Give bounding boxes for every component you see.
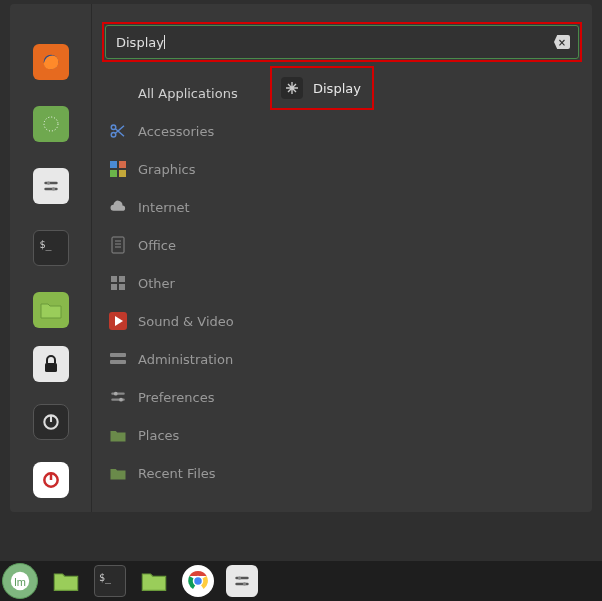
category-label: Accessories: [138, 124, 214, 139]
grid-icon: [108, 273, 128, 293]
category-all-applications[interactable]: All Applications: [102, 74, 262, 112]
category-accessories[interactable]: Accessories: [102, 112, 262, 150]
graphics-icon: [108, 159, 128, 179]
result-display[interactable]: Display: [273, 69, 371, 107]
svg-point-1: [44, 117, 58, 131]
category-label: Administration: [138, 352, 233, 367]
svg-rect-13: [119, 161, 126, 168]
svg-rect-26: [110, 360, 126, 364]
svg-rect-6: [45, 363, 57, 372]
svg-point-11: [111, 133, 116, 138]
search-input[interactable]: Display ×: [105, 25, 579, 59]
menu-right-pane: Display × All Applications Accessories: [92, 4, 592, 512]
svg-point-38: [238, 576, 241, 579]
category-administration[interactable]: Administration: [102, 340, 262, 378]
category-label: All Applications: [138, 86, 238, 101]
svg-rect-37: [235, 583, 248, 586]
scissors-icon: [108, 121, 128, 141]
category-label: Office: [138, 238, 176, 253]
category-internet[interactable]: Internet: [102, 188, 262, 226]
taskbar-chrome[interactable]: [182, 565, 214, 597]
logout-button[interactable]: [33, 404, 69, 440]
menu-button[interactable]: lm: [2, 563, 38, 599]
result-highlight: Display: [270, 66, 374, 110]
category-label: Sound & Video: [138, 314, 234, 329]
results-list: Display: [262, 74, 582, 502]
category-preferences[interactable]: Preferences: [102, 378, 262, 416]
category-office[interactable]: Office: [102, 226, 262, 264]
clear-search-button[interactable]: ×: [554, 35, 570, 49]
admin-icon: [108, 349, 128, 369]
svg-rect-3: [44, 188, 57, 191]
menu-content: All Applications Accessories Graphics: [102, 74, 582, 502]
taskbar-files[interactable]: [138, 565, 170, 597]
svg-rect-20: [111, 276, 117, 282]
svg-rect-25: [110, 353, 126, 357]
office-icon: [108, 235, 128, 255]
category-label: Recent Files: [138, 466, 216, 481]
svg-point-5: [51, 187, 54, 190]
svg-point-30: [119, 398, 123, 402]
svg-rect-12: [110, 161, 117, 168]
taskbar-terminal[interactable]: $_: [94, 565, 126, 597]
svg-rect-23: [119, 284, 125, 290]
fav-software-manager[interactable]: [33, 106, 69, 142]
category-list: All Applications Accessories Graphics: [102, 74, 262, 502]
fav-system-settings[interactable]: [33, 168, 69, 204]
taskbar-system-settings[interactable]: [226, 565, 258, 597]
svg-rect-27: [111, 393, 125, 395]
category-label: Preferences: [138, 390, 214, 405]
taskbar: lm $_: [0, 561, 602, 601]
svg-rect-15: [119, 170, 126, 177]
svg-rect-36: [235, 577, 248, 580]
blank-icon: [108, 83, 128, 103]
svg-point-10: [111, 125, 116, 130]
svg-rect-22: [111, 284, 117, 290]
result-label: Display: [313, 81, 361, 96]
cloud-icon: [108, 197, 128, 217]
fav-terminal[interactable]: $_: [33, 230, 69, 266]
favourites-column: $_: [10, 4, 92, 512]
application-menu: $_ Display ×: [10, 4, 592, 512]
display-icon: [281, 77, 303, 99]
play-icon: [108, 311, 128, 331]
category-other[interactable]: Other: [102, 264, 262, 302]
folder-icon: [108, 425, 128, 445]
taskbar-show-desktop[interactable]: [50, 565, 82, 597]
category-graphics[interactable]: Graphics: [102, 150, 262, 188]
svg-text:lm: lm: [14, 576, 26, 588]
shutdown-button[interactable]: [33, 462, 69, 498]
prefs-icon: [108, 387, 128, 407]
svg-rect-14: [110, 170, 117, 177]
category-label: Internet: [138, 200, 190, 215]
text-caret: [164, 35, 165, 49]
svg-rect-21: [119, 276, 125, 282]
svg-point-39: [243, 582, 246, 585]
svg-point-4: [46, 181, 49, 184]
svg-rect-16: [112, 237, 124, 253]
folder-icon: [108, 463, 128, 483]
session-controls: [10, 346, 91, 498]
category-label: Places: [138, 428, 179, 443]
fav-files[interactable]: [33, 292, 69, 328]
fav-firefox[interactable]: [33, 44, 69, 80]
search-value: Display: [116, 35, 164, 50]
category-recent-files[interactable]: Recent Files: [102, 454, 262, 492]
lock-button[interactable]: [33, 346, 69, 382]
svg-rect-2: [44, 182, 57, 185]
category-label: Other: [138, 276, 175, 291]
svg-point-29: [114, 392, 118, 396]
search-highlight: Display ×: [102, 22, 582, 62]
category-sound-video[interactable]: Sound & Video: [102, 302, 262, 340]
category-places[interactable]: Places: [102, 416, 262, 454]
category-label: Graphics: [138, 162, 195, 177]
